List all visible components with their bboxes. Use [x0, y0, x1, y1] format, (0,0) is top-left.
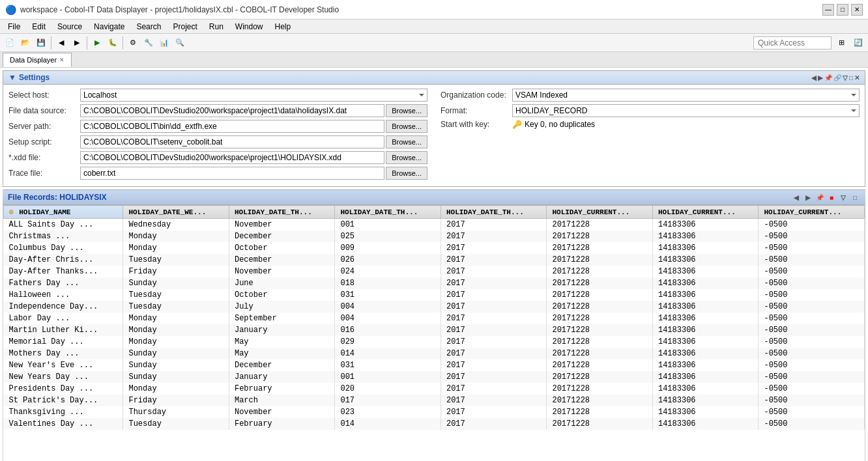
settings-link[interactable]: 🔗	[833, 74, 841, 81]
table-row[interactable]: Day-After Thanks...FridayNovember0242017…	[4, 266, 865, 277]
table-row[interactable]: Fathers Day ...SundayJune018201720171228…	[4, 277, 865, 289]
format-row: Format: HOLIDAY_RECORD	[441, 104, 860, 117]
settings-minimize[interactable]: ▽	[843, 74, 848, 81]
table-row[interactable]: Memorial Day ...MondayMay029201720171228…	[4, 336, 865, 348]
frc-pin[interactable]: 📌	[815, 192, 825, 203]
table-row[interactable]: Halloween ...TuesdayOctober0312017201712…	[4, 289, 865, 301]
table-row[interactable]: Mothers Day ...SundayMay0142017201712281…	[4, 348, 865, 359]
table-row[interactable]: New Year's Eve ...SundayDecember03120172…	[4, 359, 865, 371]
toolbar-sync-btn[interactable]: 🔄	[851, 36, 865, 50]
toolbar-extra-3[interactable]: 📊	[157, 36, 171, 50]
menu-help[interactable]: Help	[270, 21, 297, 33]
col-date-th2[interactable]: HOLIDAY_DATE_TH...	[335, 206, 441, 219]
col-holiday-name[interactable]: ⊙ HOLIDAY_NAME	[4, 206, 123, 219]
frc-maximize[interactable]: □	[850, 192, 860, 203]
settings-collapse-icon[interactable]: ▼	[8, 73, 16, 82]
table-cell: 14183306	[652, 406, 759, 418]
server-path-input[interactable]	[80, 120, 384, 133]
settings-nav-next[interactable]: ▶	[818, 74, 823, 81]
frc-nav-fwd[interactable]: ▶	[803, 192, 813, 203]
quick-access-input[interactable]	[753, 36, 832, 49]
table-row[interactable]: Independence Day...TuesdayJuly0042017201…	[4, 301, 865, 313]
tab-data-displayer[interactable]: Data Displayer ✕	[3, 53, 72, 67]
toolbar-debug-btn[interactable]: 🐛	[106, 36, 120, 50]
toolbar-back-btn[interactable]: ◀	[54, 36, 68, 50]
key-value: Key 0, no duplicates	[525, 120, 595, 129]
table-cell: 014	[335, 418, 441, 430]
data-table-wrap[interactable]: ⊙ HOLIDAY_NAME HOLIDAY_DATE_WE... HOLIDA…	[3, 205, 865, 461]
toolbar-open-btn[interactable]: 📂	[18, 36, 33, 50]
server-path-row: Server path: Browse...	[8, 120, 427, 133]
table-cell: Friday	[123, 266, 229, 277]
close-button[interactable]: ✕	[851, 4, 863, 16]
table-row[interactable]: Labor Day ...MondaySeptember004201720171…	[4, 313, 865, 324]
toolbar-extra-2[interactable]: 🔧	[141, 36, 156, 50]
menu-source[interactable]: Source	[52, 21, 87, 33]
toolbar-extra-4[interactable]: 🔍	[173, 36, 187, 50]
toolbar-layout-btn[interactable]: ⊞	[834, 36, 848, 50]
select-host-select[interactable]: Localhost	[80, 89, 427, 102]
table-row[interactable]: Presidents Day ...MondayFebruary02020172…	[4, 383, 865, 395]
toolbar-extra-1[interactable]: ⚙	[126, 36, 140, 50]
table-row[interactable]: Thanksgiving ...ThursdayNovember02320172…	[4, 406, 865, 418]
table-cell: March	[229, 395, 335, 406]
table-cell: -0500	[759, 301, 865, 313]
setup-script-input[interactable]	[80, 135, 384, 148]
table-cell: 20171228	[547, 289, 653, 301]
toolbar-new-btn[interactable]: 📄	[3, 36, 17, 50]
col-date-we[interactable]: HOLIDAY_DATE_WE...	[123, 206, 229, 219]
table-cell: December	[229, 230, 335, 242]
settings-maximize[interactable]: □	[849, 74, 853, 81]
table-row[interactable]: ALL Saints Day ...WednesdayNovember00120…	[4, 219, 865, 231]
menu-project[interactable]: Project	[167, 21, 202, 33]
table-cell: Friday	[123, 395, 229, 406]
toolbar-sep-3	[123, 36, 123, 49]
menu-window[interactable]: Window	[230, 21, 268, 33]
xdd-file-input[interactable]	[80, 151, 384, 164]
settings-pin[interactable]: 📌	[824, 74, 832, 81]
frc-minimize[interactable]: ▽	[838, 192, 848, 203]
col-current3[interactable]: HOLIDAY_CURRENT...	[759, 206, 865, 219]
menu-run[interactable]: Run	[204, 21, 229, 33]
settings-close[interactable]: ✕	[854, 74, 860, 81]
col-date-th3[interactable]: HOLIDAY_DATE_TH...	[441, 206, 547, 219]
toolbar-fwd-btn[interactable]: ▶	[70, 36, 84, 50]
col-current2[interactable]: HOLIDAY_CURRENT...	[652, 206, 759, 219]
col-date-th1[interactable]: HOLIDAY_DATE_TH...	[229, 206, 335, 219]
maximize-button[interactable]: □	[837, 4, 848, 16]
table-cell: 20171228	[547, 371, 653, 383]
setup-script-browse[interactable]: Browse...	[386, 135, 427, 148]
table-row[interactable]: Day-After Chris...TuesdayDecember0262017…	[4, 254, 865, 266]
table-row[interactable]: New Years Day ...SundayJanuary0012017201…	[4, 371, 865, 383]
format-select[interactable]: HOLIDAY_RECORD	[512, 104, 860, 117]
frc-stop[interactable]: ■	[826, 192, 837, 203]
table-cell: -0500	[759, 418, 865, 430]
table-row[interactable]: Columbus Day ...MondayOctober00920172017…	[4, 242, 865, 254]
table-cell: -0500	[759, 371, 865, 383]
settings-nav-prev[interactable]: ◀	[811, 74, 817, 81]
menu-file[interactable]: File	[3, 21, 25, 33]
menu-navigate[interactable]: Navigate	[89, 21, 130, 33]
org-code-select[interactable]: VSAM Indexed	[512, 89, 860, 102]
tab-close-icon[interactable]: ✕	[59, 57, 65, 63]
frc-nav-back[interactable]: ◀	[791, 192, 802, 203]
xdd-file-browse[interactable]: Browse...	[386, 151, 427, 164]
file-data-source-input[interactable]	[80, 104, 384, 117]
minimize-button[interactable]: —	[822, 4, 834, 16]
table-row[interactable]: Valentines Day ...TuesdayFebruary0142017…	[4, 418, 865, 430]
table-row[interactable]: Christmas ...MondayDecember0252017201712…	[4, 230, 865, 242]
file-data-source-browse[interactable]: Browse...	[386, 104, 427, 117]
toolbar-save-btn[interactable]: 💾	[34, 36, 48, 50]
trace-file-input[interactable]	[80, 167, 384, 180]
trace-file-browse[interactable]: Browse...	[386, 167, 427, 180]
server-path-browse[interactable]: Browse...	[386, 120, 427, 133]
menu-search[interactable]: Search	[131, 21, 166, 33]
col-current1[interactable]: HOLIDAY_CURRENT...	[547, 206, 653, 219]
table-cell: New Years Day ...	[4, 371, 123, 383]
table-cell: July	[229, 301, 335, 313]
table-row[interactable]: Martin Luther Ki...MondayJanuary01620172…	[4, 324, 865, 336]
menu-edit[interactable]: Edit	[27, 21, 51, 33]
toolbar-run-btn[interactable]: ▶	[90, 36, 104, 50]
table-cell: 14183306	[652, 371, 759, 383]
table-row[interactable]: St Patrick's Day...FridayMarch0172017201…	[4, 395, 865, 406]
